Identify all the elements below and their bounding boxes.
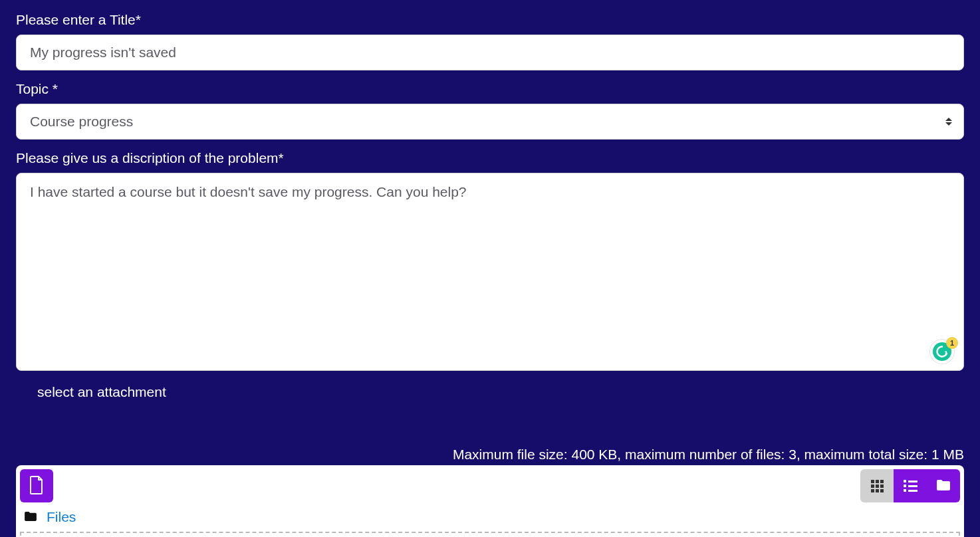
title-label: Please enter a Title* <box>16 12 964 28</box>
list-icon <box>904 480 918 492</box>
grid-icon <box>871 480 884 492</box>
file-drop-zone[interactable] <box>20 532 960 537</box>
folder-icon <box>24 509 37 525</box>
view-list-button[interactable] <box>894 469 927 502</box>
description-label: Please give us a discription of the prob… <box>16 150 964 166</box>
folder-icon <box>936 479 951 493</box>
topic-select[interactable]: Course progress <box>16 104 964 140</box>
attachment-label: select an attachment <box>37 384 964 400</box>
topic-label: Topic * <box>16 81 964 97</box>
grammarly-badge[interactable]: 1 <box>929 339 955 364</box>
view-folder-button[interactable] <box>927 469 960 502</box>
file-limits-text: Maximum file size: 400 KB, maximum numbe… <box>16 447 964 463</box>
grammarly-count: 1 <box>946 337 958 349</box>
file-panel: Files <box>16 465 964 537</box>
breadcrumb-files-link[interactable]: Files <box>47 509 76 525</box>
view-toggle-group <box>860 469 960 502</box>
add-file-button[interactable] <box>20 469 53 502</box>
file-icon <box>29 476 45 496</box>
description-textarea[interactable] <box>16 173 964 371</box>
title-input[interactable] <box>16 35 964 70</box>
file-breadcrumb: Files <box>20 502 960 532</box>
view-grid-button[interactable] <box>860 469 894 502</box>
